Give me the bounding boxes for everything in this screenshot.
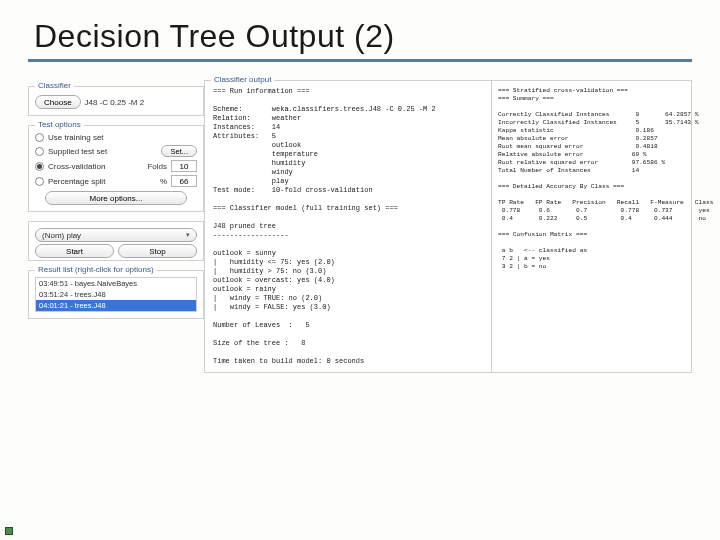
result-item[interactable]: 04:01:21 - trees.J48: [36, 300, 196, 311]
result-item[interactable]: 03:49:51 - bayes.NaiveBayes: [36, 278, 196, 289]
left-panel: Classifier Choose J48 -C 0.25 -M 2 Test …: [28, 80, 204, 373]
set-button[interactable]: Set...: [161, 145, 197, 157]
result-item[interactable]: 03:51:24 - trees.J48: [36, 289, 196, 300]
folds-label: Folds: [147, 162, 167, 171]
stats-text[interactable]: === Stratified cross-validation === === …: [498, 87, 685, 271]
folds-input[interactable]: [171, 160, 197, 172]
use-training-label: Use training set: [48, 133, 104, 142]
classifier-output-panel: Classifier output === Run information ==…: [204, 80, 492, 373]
radio-use-training[interactable]: [35, 133, 44, 142]
result-list-title: Result list (right-click for options): [35, 265, 157, 274]
class-attr-value: (Nom) play: [42, 231, 81, 240]
choose-button[interactable]: Choose: [35, 95, 81, 109]
corner-icon: [4, 526, 14, 536]
radio-supplied-test[interactable]: [35, 147, 44, 156]
pct-sign: %: [160, 177, 167, 186]
supplied-test-label: Supplied test set: [48, 147, 107, 156]
test-options-title: Test options: [35, 120, 84, 129]
result-list[interactable]: 03:49:51 - bayes.NaiveBayes 03:51:24 - t…: [35, 277, 197, 312]
classifier-panel-title: Classifier: [35, 81, 74, 90]
start-button[interactable]: Start: [35, 244, 114, 258]
classifier-output-text[interactable]: === Run information === Scheme: weka.cla…: [213, 87, 483, 366]
radio-cross-validation[interactable]: [35, 162, 44, 171]
stats-panel: === Stratified cross-validation === === …: [492, 80, 692, 373]
class-attr-panel: (Nom) play ▾ Start Stop: [28, 221, 204, 261]
weka-app: Classifier Choose J48 -C 0.25 -M 2 Test …: [28, 80, 692, 373]
classifier-output-title: Classifier output: [211, 75, 274, 84]
stop-button[interactable]: Stop: [118, 244, 197, 258]
class-attr-combo[interactable]: (Nom) play ▾: [35, 228, 197, 242]
chevron-down-icon: ▾: [186, 231, 190, 239]
title-rule: [28, 59, 692, 62]
pct-input[interactable]: [171, 175, 197, 187]
more-options-button[interactable]: More options...: [45, 191, 188, 205]
pct-label: Percentage split: [48, 177, 105, 186]
radio-percentage-split[interactable]: [35, 177, 44, 186]
result-list-panel: Result list (right-click for options) 03…: [28, 270, 204, 319]
slide-title: Decision Tree Output (2): [34, 18, 692, 55]
classifier-panel: Classifier Choose J48 -C 0.25 -M 2: [28, 86, 204, 116]
classifier-string[interactable]: J48 -C 0.25 -M 2: [85, 98, 145, 107]
svg-rect-1: [6, 528, 12, 534]
right-area: Classifier output === Run information ==…: [204, 80, 692, 373]
cv-label: Cross-validation: [48, 162, 105, 171]
test-options-panel: Test options Use training set Supplied t…: [28, 125, 204, 212]
